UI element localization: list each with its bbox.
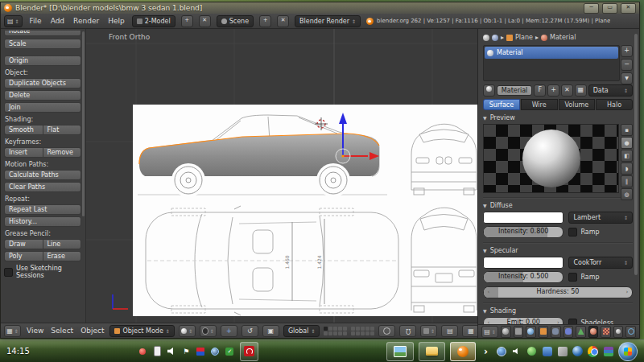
scale-button[interactable]: Scale (4, 39, 81, 49)
specular-intensity-slider[interactable]: Intensity: 0.500 (483, 271, 564, 283)
material-name-field[interactable]: Material (497, 85, 533, 96)
specular-ramp-checkbox[interactable] (568, 273, 577, 282)
preview-hair-icon[interactable]: ∥ (621, 175, 633, 187)
shading-section-header[interactable]: ▼ Shading (483, 307, 633, 315)
props-tab-data-icon[interactable] (576, 326, 586, 338)
shadeless-checkbox[interactable] (568, 319, 577, 324)
screen-layout-selector[interactable]: 2-Model (132, 15, 175, 27)
diffuse-section-header[interactable]: ▼ Diffuse (483, 202, 633, 209)
screen-layout-delete-button[interactable]: ✕ (199, 15, 211, 27)
snap-element-selector[interactable]: ⇕ (420, 325, 437, 337)
join-button[interactable]: Join (4, 102, 81, 113)
smooth-button[interactable]: Smooth (4, 125, 43, 135)
menu-help[interactable]: Help (106, 17, 126, 25)
notification-icon[interactable] (138, 346, 148, 356)
link-data-selector[interactable]: Data ⇕ (588, 84, 633, 97)
preview-section-header[interactable]: ▼ Preview (483, 114, 633, 121)
preview-cube-icon[interactable]: ◧ (621, 150, 633, 162)
taskbar-explorer-button[interactable] (419, 342, 445, 361)
diffuse-ramp-checkbox[interactable] (568, 228, 577, 237)
layers-group-2[interactable] (351, 327, 374, 335)
viewport-menu-object[interactable]: Object (79, 327, 105, 335)
viewport-canvas[interactable]: Rotate Scale Origin Object: Duplicate Ob… (1, 29, 477, 323)
specular-color-swatch[interactable] (483, 257, 564, 269)
tab-surface[interactable]: Surface (483, 99, 520, 110)
emit-slider[interactable]: ‹ Emit: 0.00 › (483, 317, 564, 324)
scene-delete-button[interactable]: ✕ (277, 15, 289, 27)
unlink-material-button[interactable]: ✕ (561, 84, 573, 97)
props-tab-texture-icon[interactable] (601, 326, 611, 338)
tab-wire[interactable]: Wire (521, 99, 558, 110)
material-slot-item[interactable]: Material (485, 47, 618, 59)
increment-arrow-icon[interactable]: › (624, 287, 630, 298)
tool-shelf-scrollbar[interactable] (82, 31, 85, 216)
pinned-browser-sphere-icon[interactable] (572, 346, 583, 356)
grease-line-button[interactable]: Line (43, 239, 82, 249)
props-tab-physics-icon[interactable] (625, 326, 636, 338)
specular-shader-selector[interactable]: CookTorr ⇕ (568, 257, 633, 269)
grease-poly-button[interactable]: Poly (4, 251, 43, 261)
layers-group-1[interactable] (324, 327, 347, 335)
taskbar-adobe-reader-button[interactable] (240, 342, 258, 361)
tab-halo[interactable]: Halo (596, 99, 633, 110)
remove-material-slot-button[interactable]: − (621, 59, 633, 71)
minimize-button[interactable]: ─ (584, 3, 599, 14)
taskbar-photo-viewer-button[interactable] (386, 342, 414, 361)
time-sync-icon[interactable] (210, 346, 221, 356)
props-tab-constraints-icon[interactable] (551, 326, 561, 338)
add-material-slot-button[interactable]: + (621, 45, 633, 57)
chrome-icon[interactable] (588, 346, 598, 356)
tray-expand-icon[interactable]: › (481, 346, 491, 356)
use-sketching-sessions-checkbox[interactable] (4, 268, 13, 277)
manipulator-translate-toggle[interactable]: + (221, 325, 237, 337)
delete-button[interactable]: Delete (4, 90, 81, 101)
origin-button[interactable]: Origin (4, 56, 81, 66)
snap-toggle[interactable]: Ω (399, 325, 416, 337)
preview-sphere-icon[interactable]: ● (621, 137, 633, 149)
maximize-button[interactable]: ▭ (602, 3, 617, 14)
update-icon[interactable] (496, 346, 506, 356)
mode-selector[interactable]: Object Mode ⇕ (109, 325, 174, 337)
rotate-button[interactable]: Rotate (4, 31, 81, 36)
editor-type-button[interactable]: ▤ ⇕ (4, 15, 23, 27)
manipulator-rotate-toggle[interactable]: ↺ (242, 325, 258, 337)
decrement-arrow-icon[interactable]: ‹ (485, 287, 492, 298)
diffuse-color-swatch[interactable] (483, 212, 564, 224)
nodes-button[interactable]: ▦ (575, 84, 587, 97)
increment-arrow-icon[interactable]: › (555, 318, 561, 324)
props-tab-render-icon[interactable] (501, 326, 511, 338)
diffuse-intensity-slider[interactable]: Intensity: 0.800 (483, 226, 564, 238)
props-tab-modifiers-icon[interactable] (564, 326, 574, 338)
history-button[interactable]: History... (4, 216, 81, 227)
repeat-last-button[interactable]: Repeat Last (4, 204, 81, 215)
manipulator-scale-toggle[interactable]: ▣ (262, 325, 279, 337)
props-tab-world-icon[interactable] (526, 326, 536, 338)
properties-scrollbar[interactable] (634, 34, 638, 275)
grease-draw-button[interactable]: Draw (4, 239, 43, 249)
tab-volume[interactable]: Volume (559, 99, 596, 110)
titlebar[interactable]: Blender* [D:\blender models\bmw 3 sedan … (1, 2, 639, 14)
viewport-shading-selector[interactable]: ⇕ (179, 325, 196, 337)
language-flag-icon[interactable]: ⚑ (181, 346, 192, 356)
viewport-menu-select[interactable]: Select (49, 327, 75, 335)
material-specials-button[interactable]: ▼ (621, 72, 633, 84)
diffuse-shader-selector[interactable]: Lambert ⇕ (568, 212, 633, 224)
pin-icon[interactable] (483, 35, 489, 41)
decrement-arrow-icon[interactable]: ‹ (485, 318, 492, 324)
winrar-icon[interactable] (603, 346, 613, 356)
start-button[interactable] (618, 342, 638, 361)
pinned-app-blue-icon[interactable] (542, 346, 552, 356)
security-icon[interactable]: ✓ (225, 346, 235, 356)
proportional-edit-toggle[interactable] (378, 325, 395, 337)
clear-paths-button[interactable]: Clear Paths (4, 182, 81, 192)
menu-file[interactable]: File (28, 17, 43, 25)
props-tab-particles-icon[interactable] (613, 326, 624, 338)
hardness-slider[interactable]: ‹ Hardness: 50 › (483, 286, 633, 298)
preview-sky-icon[interactable]: ◍ (621, 188, 633, 200)
insert-keyframe-button[interactable]: Insert (4, 147, 43, 158)
remove-keyframe-button[interactable]: Remove (43, 147, 82, 158)
duplicate-objects-button[interactable]: Duplicate Objects (4, 78, 81, 88)
viewport-menu-view[interactable]: View (25, 327, 45, 335)
grease-erase-button[interactable]: Erase (43, 251, 82, 261)
screen-layout-add-button[interactable]: + (181, 15, 193, 27)
